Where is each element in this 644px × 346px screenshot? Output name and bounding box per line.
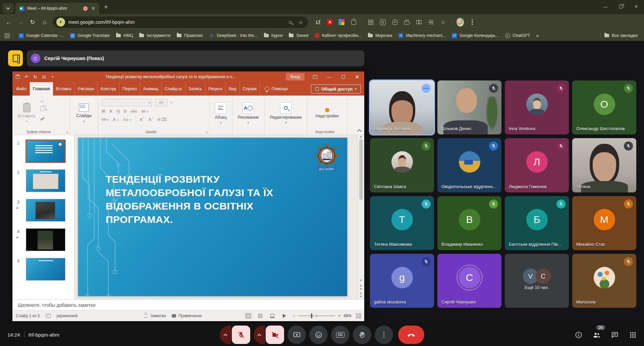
zoom-slider[interactable] [298, 315, 335, 316]
bookmark-item[interactable]: 27Google Календарь... [449, 33, 502, 38]
paragraph-button[interactable]: Абзац▾ [213, 98, 229, 128]
ppt-ribbon-tab[interactable]: Главная [30, 82, 53, 96]
notes-toggle[interactable]: Заметки [144, 313, 166, 318]
ppt-ribbon-tab[interactable]: Анимац [140, 82, 162, 96]
slideshow-view-button[interactable] [281, 312, 288, 319]
scroll-down-icon[interactable]: ▼ [360, 279, 362, 282]
scroll-up-icon[interactable]: ▲ [360, 135, 362, 138]
screenshot-icon[interactable] [391, 18, 398, 26]
next-slide-icon[interactable]: ▼▼ [360, 292, 362, 298]
font-name-input[interactable]: ▾ [102, 99, 152, 106]
bookmark-item[interactable]: Інструменти [136, 33, 173, 38]
change-case-button[interactable]: Аа ▾ [123, 117, 131, 122]
meeting-details-button[interactable] [574, 331, 583, 339]
participant-tile[interactable]: Тетяна [572, 138, 636, 192]
browser-tab[interactable]: Meet – ihf-bpqm-ahm ✕ [15, 3, 99, 14]
ppt-ribbon-tab[interactable]: Перехо [119, 82, 140, 96]
undo-icon[interactable]: ↶ [24, 74, 29, 79]
list-icon[interactable] [427, 18, 435, 26]
fit-slide-icon[interactable] [356, 313, 361, 318]
format-painter-icon[interactable] [40, 114, 47, 119]
sign-in-button[interactable]: Вход [286, 73, 305, 80]
new-tab-button[interactable]: + [104, 3, 108, 11]
ppt-ribbon-tab[interactable]: Файл [13, 82, 30, 96]
ppt-ribbon-tab[interactable]: Рисован [75, 82, 98, 96]
ppt-close-button[interactable]: ✕ [350, 71, 364, 82]
tab-close-icon[interactable]: ✕ [91, 6, 96, 11]
zoom-in-button[interactable]: + [338, 313, 340, 318]
previous-slide-icon[interactable]: ▲▲ [360, 284, 362, 290]
extensions-icon[interactable] [350, 18, 357, 26]
window-minimize-button[interactable]: — [598, 4, 613, 9]
slide-canvas[interactable]: ТЕНДЕНЦІЇ РОЗВИТКУ МЕТАЛООБРОБНОЇ ГАЛУЗІ… [78, 138, 347, 296]
shrink-font-button[interactable]: Аˇ [148, 117, 153, 122]
participant-tile[interactable]: ССергій Чернушко [437, 254, 501, 308]
tile-menu-button[interactable] [422, 84, 431, 93]
ppt-ribbon-tab[interactable]: Вставка [53, 82, 75, 96]
ppt-ribbon-tab[interactable]: Запись [185, 82, 206, 96]
printer-icon[interactable] [403, 18, 411, 26]
present-screen-button[interactable] [287, 326, 306, 344]
tab-search-button[interactable] [3, 3, 13, 13]
participant-tile[interactable]: Morozova [572, 254, 636, 308]
bookmark-item[interactable]: НМЦ [113, 33, 136, 38]
bookmark-item[interactable]: Правопис [173, 33, 206, 38]
editing-button[interactable]: Редактирование▾ [268, 98, 304, 128]
url-bar[interactable]: meet.google.com/ihf-bpqm-ahm ☆ [53, 16, 308, 28]
back-button[interactable]: ← [3, 17, 13, 27]
bookmark-star-icon[interactable]: ☆ [297, 18, 305, 26]
slide-thumbnail-row[interactable]: 3 ★ [12, 199, 74, 224]
strikethrough-button[interactable]: abc [131, 109, 137, 114]
slide-thumbnail[interactable] [26, 258, 65, 281]
profile-avatar[interactable] [457, 18, 464, 26]
languagetool-icon[interactable]: LT [315, 18, 322, 26]
bookmark-item[interactable]: GGoogle Translate [67, 33, 113, 38]
slide-thumbnail-row[interactable]: 2 [12, 169, 74, 194]
font-size-input[interactable]: 43 [155, 99, 168, 106]
participant-tile[interactable]: Овідіопольське відділенн... [437, 138, 501, 192]
participant-tile[interactable]: ББалтське відділення Півні... [505, 196, 569, 250]
camera-options-button[interactable] [254, 326, 265, 344]
addins-button[interactable]: Надстройки [314, 98, 341, 128]
window-restore-button[interactable] [613, 4, 629, 9]
participant-tile[interactable]: ООлександр Шестопалов [572, 80, 636, 134]
favorites-icon[interactable]: ☆ [439, 18, 447, 26]
customize-qat-icon[interactable]: ▾ [50, 74, 55, 79]
char-spacing-button[interactable]: AV ▾ [141, 109, 149, 113]
menu-icon[interactable] [469, 18, 476, 26]
bookmarks-overflow-button[interactable]: » [533, 33, 542, 38]
slide-sorter-view-button[interactable] [257, 312, 264, 319]
forward-button[interactable]: → [15, 17, 25, 27]
paste-button[interactable]: Вставить▾ [16, 98, 38, 128]
drawing-button[interactable]: A◯Рисование▾ [236, 98, 261, 128]
assistant-tab[interactable]: Помощн [271, 82, 291, 96]
bold-button[interactable]: Ж [102, 109, 106, 114]
participant-tile[interactable]: ТТетяна Максимова [370, 196, 434, 250]
dialog-launcher-icon[interactable]: ↘ [66, 130, 68, 134]
reading-list-icon[interactable] [415, 18, 423, 26]
all-bookmarks-button[interactable]: Все закладки [601, 33, 641, 38]
reactions-button[interactable] [309, 326, 328, 344]
bookmark-item[interactable]: Курси [261, 33, 286, 38]
bookmark-item[interactable]: 3Google Calendar -... [15, 33, 67, 38]
more-options-button[interactable] [375, 326, 393, 344]
search-icon[interactable] [286, 18, 294, 26]
captions-button[interactable]: CC [331, 326, 350, 344]
apps-grid-icon[interactable] [5, 33, 10, 38]
slide-thumbnail[interactable] [26, 199, 65, 222]
participant-tile[interactable]: Світлана Шавга [370, 138, 434, 192]
participant-tile[interactable]: Надежда Антонюк [370, 80, 434, 134]
reading-view-button[interactable] [269, 312, 276, 319]
scrollbar-thumb[interactable] [359, 139, 363, 200]
qr-icon[interactable] [367, 18, 374, 26]
zoom-level[interactable]: 48% [343, 313, 352, 318]
highlight-button[interactable]: ab ▾ [102, 117, 109, 122]
share-button[interactable]: Общий доступ▾ [311, 84, 361, 94]
underline-button[interactable]: Ч [116, 109, 120, 114]
dialog-launcher-icon[interactable]: ↘ [205, 130, 208, 134]
slides-button[interactable]: Слайды▾ [73, 98, 95, 128]
zoom-out-button[interactable]: − [293, 313, 295, 318]
reload-button[interactable]: ↻ [28, 17, 38, 27]
clear-format-button[interactable]: А⌫ [157, 117, 167, 122]
bookmark-item[interactable]: Мирочка [365, 33, 395, 38]
